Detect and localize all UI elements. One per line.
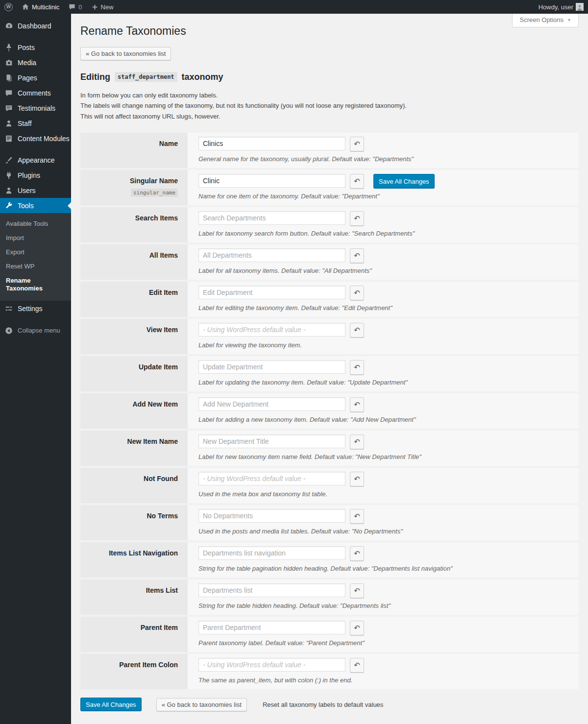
sidebar-item-testimonials[interactable]: Testimonials <box>0 100 71 116</box>
save-all-changes-button[interactable]: Save All Changes <box>373 174 435 189</box>
form-row-singular-name: Singular Namesingular_name↶Save All Chan… <box>80 170 579 205</box>
row-label: Update Item <box>80 362 178 371</box>
sidebar-item-label: Appearance <box>18 156 55 164</box>
row-description: Label for editing the taxonomy item. Def… <box>198 304 574 312</box>
parent-item-input[interactable] <box>198 621 345 634</box>
update-item-input[interactable] <box>198 360 345 374</box>
row-label-cell: View Item <box>80 319 188 354</box>
row-label: View Item <box>80 325 178 334</box>
reset-labels-link[interactable]: Reset all taxonomy labels to default val… <box>263 701 383 708</box>
undo-icon: ↶ <box>354 364 360 371</box>
form-row-parent-item-colon: Parent Item Colon↶The same as parent_ite… <box>80 654 579 689</box>
undo-button[interactable]: ↶ <box>350 174 364 189</box>
items-list-input[interactable] <box>198 583 345 597</box>
undo-button[interactable]: ↶ <box>350 472 364 486</box>
form-row-edit-item: Edit Item↶Label for editing the taxonomy… <box>80 282 579 317</box>
undo-button[interactable]: ↶ <box>350 583 364 598</box>
row-description: Label for adding a new taxonomy item. De… <box>198 416 574 423</box>
undo-button[interactable]: ↶ <box>350 397 364 412</box>
sidebar-item-media[interactable]: Media <box>0 55 71 70</box>
plugin-icon <box>4 170 14 180</box>
undo-button[interactable]: ↶ <box>350 621 364 635</box>
collapse-arrow-icon <box>4 326 14 336</box>
undo-button[interactable]: ↶ <box>350 286 364 300</box>
undo-button[interactable]: ↶ <box>350 509 364 524</box>
wordpress-logo-icon: W <box>4 3 13 11</box>
row-label-cell: Search Items <box>80 207 188 242</box>
wp-logo-menu[interactable]: W <box>0 0 17 14</box>
no-terms-input[interactable] <box>198 509 345 523</box>
sidebar-item-tools[interactable]: Tools <box>0 198 71 213</box>
form-row-new-item-name: New Item Name↶Label for new taxonomy ite… <box>80 431 579 466</box>
row-description: Label for viewing the taxonomy item. <box>198 341 574 349</box>
row-description: String for the table hidden heading. Def… <box>198 602 574 609</box>
row-field-cell: ↶String for the table hidden heading. De… <box>188 579 579 615</box>
row-label-cell: Update Item <box>80 356 188 391</box>
row-description: Label for updating the taxonomy item. De… <box>198 379 574 386</box>
view-item-input[interactable] <box>198 323 345 337</box>
sidebar-item-label: Testimonials <box>18 104 55 112</box>
sidebar-item-label: Dashboard <box>18 22 51 30</box>
row-label-cell: All Items <box>80 244 188 280</box>
screen-options-tab[interactable]: Screen Options ▼ <box>512 14 579 27</box>
undo-button[interactable]: ↶ <box>350 434 364 449</box>
sidebar-item-label: Comments <box>18 89 51 97</box>
undo-button[interactable]: ↶ <box>350 137 364 151</box>
row-label-cell: Items List <box>80 579 188 615</box>
account-menu[interactable]: Howdy, user <box>534 0 588 14</box>
bottom-actions: Save All Changes « Go back to taxonomies… <box>80 698 579 711</box>
singular-name-input[interactable] <box>198 174 345 188</box>
row-label: Singular Name <box>80 176 178 185</box>
sidebar-item-appearance[interactable]: Appearance <box>0 152 71 168</box>
undo-button[interactable]: ↶ <box>350 360 364 375</box>
sidebar-item-settings[interactable]: Settings <box>0 301 71 316</box>
site-menu[interactable]: Multiclinic <box>17 0 64 14</box>
new-content-menu[interactable]: New <box>87 0 118 14</box>
sidebar-item-plugins[interactable]: Plugins <box>0 168 71 183</box>
sidebar-subitem-export[interactable]: Export <box>0 245 71 260</box>
sidebar-item-pages[interactable]: Pages <box>0 70 71 85</box>
search-items-input[interactable] <box>198 211 345 225</box>
sidebar-subitem-available-tools[interactable]: Available Tools <box>0 217 71 231</box>
sidebar-item-content-modules[interactable]: Content Modules <box>0 131 71 146</box>
undo-button[interactable]: ↶ <box>350 211 364 226</box>
form-row-add-new-item: Add New Item↶Label for adding a new taxo… <box>80 393 579 429</box>
sidebar-item-comments[interactable]: Comments <box>0 85 71 100</box>
edit-item-input[interactable] <box>198 286 345 299</box>
all-items-input[interactable] <box>198 248 345 262</box>
go-back-button-top[interactable]: « Go back to taxonomies list <box>80 47 171 60</box>
intro-line: In form below you can only edit taxonomy… <box>80 90 579 100</box>
row-field-cell: ↶Parent taxonomy label. Default value: "… <box>188 617 579 652</box>
undo-button[interactable]: ↶ <box>350 323 364 338</box>
items-list-navigation-input[interactable] <box>198 546 345 560</box>
add-new-item-input[interactable] <box>198 397 345 411</box>
save-all-changes-button-bottom[interactable]: Save All Changes <box>80 698 142 711</box>
sidebar-subitem-reset-wp[interactable]: Reset WP <box>0 260 71 274</box>
name-input[interactable] <box>198 137 345 150</box>
sidebar-item-users[interactable]: Users <box>0 183 71 198</box>
form-row-search-items: Search Items↶Label for taxonomy search f… <box>80 207 579 242</box>
undo-icon: ↶ <box>354 662 360 669</box>
go-back-button-bottom[interactable]: « Go back to taxonomies list <box>156 698 247 711</box>
pushpin-icon <box>4 43 14 52</box>
collapse-menu-button[interactable]: Collapse menu <box>0 323 71 338</box>
sidebar-item-posts[interactable]: Posts <box>0 40 71 55</box>
row-label: New Item Name <box>80 437 178 446</box>
undo-icon: ↶ <box>354 476 360 483</box>
row-label-cell: Parent Item Colon <box>80 654 188 689</box>
undo-button[interactable]: ↶ <box>350 658 364 673</box>
sidebar-subitem-rename-taxonomies[interactable]: Rename Taxonomies <box>0 274 71 296</box>
parent-item-colon-input[interactable] <box>198 658 345 672</box>
undo-button[interactable]: ↶ <box>350 248 364 263</box>
intro-text: In form below you can only edit taxonomy… <box>80 90 579 121</box>
comments-menu[interactable]: 0 <box>64 0 86 14</box>
not-found-input[interactable] <box>198 472 345 485</box>
new-label: New <box>101 3 114 11</box>
row-field-cell: ↶Label for viewing the taxonomy item. <box>188 319 579 354</box>
form-table: Name↶General name for the taxonomy, usua… <box>80 133 579 689</box>
sidebar-item-staff[interactable]: Staff <box>0 116 71 131</box>
new-item-name-input[interactable] <box>198 434 345 448</box>
undo-button[interactable]: ↶ <box>350 546 364 561</box>
sidebar-item-dashboard[interactable]: Dashboard <box>0 18 71 33</box>
sidebar-subitem-import[interactable]: Import <box>0 231 71 245</box>
